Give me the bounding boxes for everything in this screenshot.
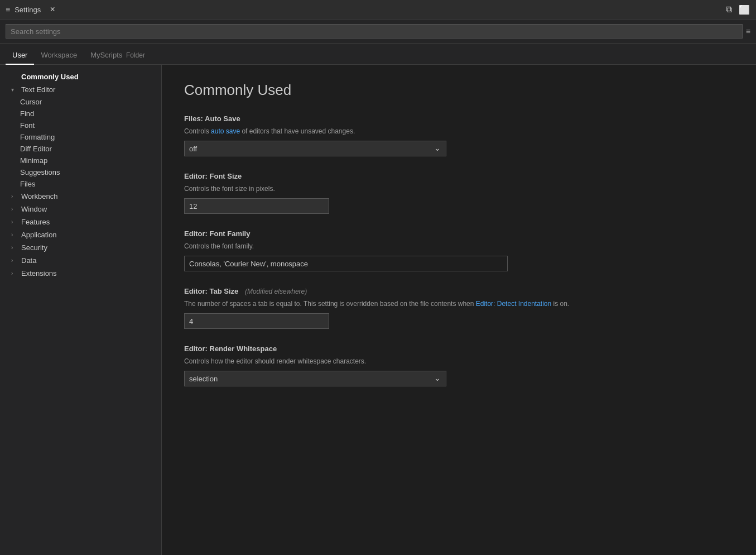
title-bar: ≡ Settings × ⧉ ⬜ [0, 0, 756, 20]
sidebar-item-commonly-used[interactable]: Commonly Used [0, 70, 161, 83]
setting-desc-tab-size: The number of spaces a tab is equal to. … [184, 299, 734, 309]
sidebar-item-window[interactable]: › Window [0, 203, 161, 216]
menu-icon[interactable]: ≡ [6, 5, 10, 14]
detect-indentation-link[interactable]: Editor: Detect Indentation [476, 300, 551, 308]
chevron-right-icon: › [11, 206, 18, 212]
section-title: Commonly Used [184, 82, 734, 99]
setting-label-tab-size: Editor: Tab Size (Modified elsewhere) [184, 287, 734, 295]
chevron-down-icon: ▾ [11, 87, 18, 93]
sidebar-item-application[interactable]: › Application [0, 228, 161, 241]
sidebar-item-font[interactable]: Font [0, 119, 161, 131]
setting-label-font-size: Editor: Font Size [184, 172, 734, 180]
title-bar-actions: ⧉ ⬜ [723, 3, 750, 16]
sidebar-item-text-editor[interactable]: ▾ Text Editor [0, 83, 161, 96]
auto-save-select-wrapper: off afterDelay onFocusChange onWindowCha… [184, 141, 446, 156]
split-editor-button[interactable]: ⧉ [723, 3, 735, 16]
setting-label-font-family: Editor: Font Family [184, 229, 734, 238]
search-list-icon: ≡ [746, 27, 750, 36]
font-size-input[interactable] [184, 198, 329, 214]
sidebar-item-security[interactable]: › Security [0, 241, 161, 254]
chevron-right-icon: › [11, 245, 18, 251]
close-tab-button[interactable]: × [47, 4, 57, 15]
tab-workspace[interactable]: Workspace [34, 46, 84, 65]
render-whitespace-select-wrapper: none boundary selection trailing all [184, 371, 446, 386]
chevron-right-icon: › [11, 270, 18, 276]
title-bar-title: Settings [15, 6, 41, 14]
setting-editor-tab-size: Editor: Tab Size (Modified elsewhere) Th… [184, 287, 734, 329]
sidebar-item-features[interactable]: › Features [0, 216, 161, 228]
setting-editor-font-size: Editor: Font Size Controls the font size… [184, 172, 734, 214]
sidebar: Commonly Used ▾ Text Editor Cursor Find … [0, 65, 162, 555]
chevron-right-icon: › [11, 257, 18, 264]
tab-myscripts[interactable]: MyScripts Folder [84, 46, 152, 65]
chevron-right-icon: › [11, 232, 18, 238]
main-layout: Commonly Used ▾ Text Editor Cursor Find … [0, 65, 756, 555]
auto-save-select[interactable]: off afterDelay onFocusChange onWindowCha… [184, 141, 446, 156]
search-bar-container: ≡ [0, 20, 756, 44]
sidebar-item-extensions[interactable]: › Extensions [0, 267, 161, 280]
auto-save-link[interactable]: auto save [211, 127, 240, 135]
setting-editor-render-whitespace: Editor: Render Whitespace Controls how t… [184, 345, 734, 386]
search-input[interactable] [6, 24, 743, 39]
tab-folder-label: Folder [126, 51, 145, 59]
setting-desc-font-family: Controls the font family. [184, 241, 734, 251]
sidebar-item-workbench[interactable]: › Workbench [0, 190, 161, 203]
setting-label-render-whitespace: Editor: Render Whitespace [184, 345, 734, 353]
render-whitespace-select[interactable]: none boundary selection trailing all [184, 371, 446, 386]
sidebar-item-files[interactable]: Files [0, 178, 161, 190]
tabs-bar: User Workspace MyScripts Folder [0, 44, 756, 65]
modified-tag: (Modified elsewhere) [245, 288, 307, 295]
sidebar-item-suggestions[interactable]: Suggestions [0, 166, 161, 178]
sidebar-item-find[interactable]: Find [0, 108, 161, 119]
tab-user[interactable]: User [6, 46, 34, 65]
sidebar-item-diff-editor[interactable]: Diff Editor [0, 143, 161, 155]
setting-editor-font-family: Editor: Font Family Controls the font fa… [184, 229, 734, 271]
setting-desc-render-whitespace: Controls how the editor should render wh… [184, 356, 734, 366]
setting-label-files-auto-save: Files: Auto Save [184, 114, 734, 123]
open-settings-button[interactable]: ⬜ [738, 3, 750, 16]
sidebar-item-minimap[interactable]: Minimap [0, 155, 161, 166]
tab-size-input[interactable] [184, 313, 329, 329]
setting-desc-font-size: Controls the font size in pixels. [184, 184, 734, 194]
chevron-right-icon: › [11, 219, 18, 225]
sidebar-item-formatting[interactable]: Formatting [0, 131, 161, 143]
sidebar-item-data[interactable]: › Data [0, 254, 161, 267]
setting-files-auto-save: Files: Auto Save Controls auto save of e… [184, 114, 734, 156]
content-area: Commonly Used Files: Auto Save Controls … [162, 65, 756, 555]
setting-desc-files-auto-save: Controls auto save of editors that have … [184, 126, 734, 136]
sidebar-item-cursor[interactable]: Cursor [0, 96, 161, 108]
font-family-input[interactable] [184, 256, 508, 271]
chevron-right-icon: › [11, 193, 18, 199]
